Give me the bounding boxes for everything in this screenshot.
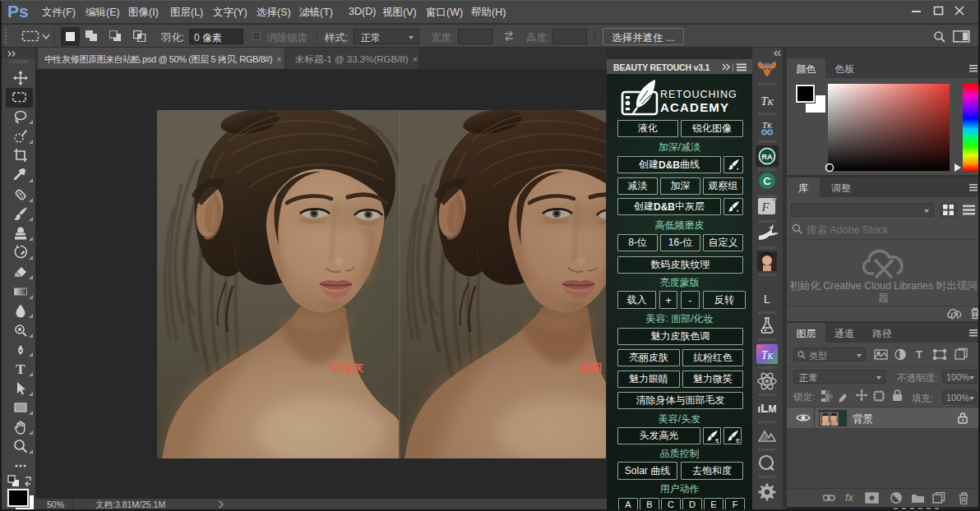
svg-text:中性灰: 中性灰	[330, 361, 364, 374]
svg-text:T: T	[916, 348, 922, 361]
svg-text:F: F	[760, 200, 770, 214]
svg-text:TK: TK	[762, 120, 773, 130]
svg-text:T: T	[16, 361, 25, 376]
svg-text:TK: TK	[760, 94, 774, 108]
svg-text:fx: fx	[845, 492, 854, 504]
svg-text:RA: RA	[762, 153, 773, 161]
svg-text:L: L	[764, 292, 770, 306]
svg-text:ACADEMY: ACADEMY	[660, 100, 729, 114]
svg-text:RETOUCHING: RETOUCHING	[660, 89, 737, 100]
svg-text:TK: TK	[761, 349, 774, 361]
svg-text:原图: 原图	[579, 361, 603, 374]
svg-text:C: C	[763, 175, 771, 187]
svg-text:ıLM: ıLM	[758, 401, 777, 415]
